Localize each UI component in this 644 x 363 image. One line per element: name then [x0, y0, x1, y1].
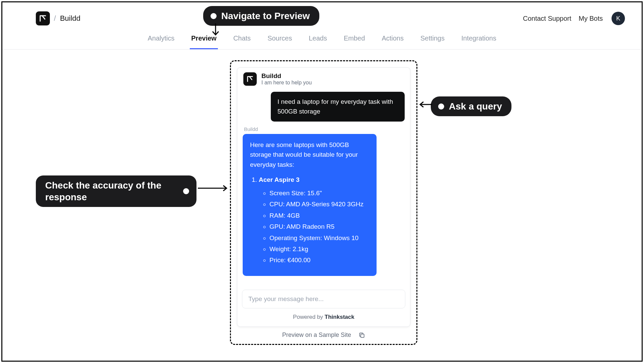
powered-prefix: Powered by — [293, 314, 325, 320]
breadcrumb-separator: / — [54, 14, 56, 23]
annotation-bubble-ask: Ask a query — [431, 96, 511, 116]
copy-icon[interactable] — [358, 332, 365, 339]
tab-integrations[interactable]: Integrations — [460, 28, 498, 49]
logo-icon — [39, 14, 47, 22]
tab-actions[interactable]: Actions — [380, 28, 405, 49]
arrow-left-icon — [417, 100, 432, 108]
tab-embed[interactable]: Embed — [342, 28, 366, 49]
logo-icon — [246, 75, 254, 83]
arrow-down-icon — [211, 23, 221, 38]
user-avatar[interactable]: K — [612, 12, 625, 25]
tab-settings[interactable]: Settings — [419, 28, 446, 49]
powered-brand[interactable]: Thinkstack — [325, 314, 354, 320]
bullet-icon — [183, 188, 189, 194]
annotation-text: Navigate to Preview — [221, 10, 310, 22]
preview-frame: Buildd I am here to help you I need a la… — [230, 60, 417, 345]
annotation-bubble-check: Check the accuracy of the response — [36, 175, 196, 207]
tab-bar: Analytics Preview Chats Sources Leads Em… — [2, 28, 642, 50]
chat-title: Buildd — [261, 72, 312, 80]
spec-item: Operating System: Windows 10 — [269, 233, 369, 243]
chat-header: Buildd I am here to help you — [237, 68, 410, 90]
bullet-icon — [438, 103, 444, 110]
annotation-text: Ask a query — [449, 100, 502, 112]
tab-leads[interactable]: Leads — [308, 28, 329, 49]
svg-rect-0 — [361, 334, 364, 337]
annotation-text: Check the accuracy of the response — [45, 179, 178, 203]
chat-logo — [243, 72, 257, 86]
spec-item: RAM: 4GB — [269, 211, 369, 220]
spec-item: GPU: AMD Radeon R5 — [269, 222, 369, 231]
spec-item: Screen Size: 15.6" — [269, 188, 369, 198]
contact-support-link[interactable]: Contact Support — [523, 15, 571, 22]
app-logo[interactable] — [36, 11, 50, 25]
bot-name-label: Buildd — [244, 126, 405, 132]
powered-by: Powered by Thinkstack — [237, 308, 410, 326]
bullet-icon — [211, 13, 217, 19]
bot-message: Here are some laptops with 500GB storage… — [243, 134, 377, 276]
chat-input[interactable] — [248, 295, 399, 303]
tab-chats[interactable]: Chats — [232, 28, 252, 49]
tab-analytics[interactable]: Analytics — [146, 28, 176, 49]
chat-messages[interactable]: I need a laptop for my everyday task wit… — [237, 90, 410, 286]
spec-item: Price: €400.00 — [269, 255, 369, 265]
preview-sample-site-link[interactable]: Preview on a Sample Site — [282, 332, 351, 339]
chat-subtitle: I am here to help you — [261, 80, 312, 86]
product-name: Acer Aspire 3 — [259, 176, 300, 183]
bot-intro-text: Here are some laptops with 500GB storage… — [250, 140, 369, 169]
product-specs: Screen Size: 15.6" CPU: AMD A9-Series 94… — [269, 188, 369, 265]
annotation-bubble-navigate: Navigate to Preview — [203, 6, 319, 26]
arrow-right-icon — [198, 184, 230, 192]
tab-sources[interactable]: Sources — [266, 28, 293, 49]
user-message: I need a laptop for my everyday task wit… — [271, 92, 405, 122]
project-name[interactable]: Buildd — [60, 14, 80, 23]
chat-widget: Buildd I am here to help you I need a la… — [237, 67, 410, 327]
spec-item: Weight: 2.1kg — [269, 244, 369, 254]
my-bots-link[interactable]: My Bots — [579, 15, 603, 22]
spec-item: CPU: AMD A9-Series 9420 3GHz — [269, 199, 369, 209]
chat-input-container — [242, 290, 405, 308]
